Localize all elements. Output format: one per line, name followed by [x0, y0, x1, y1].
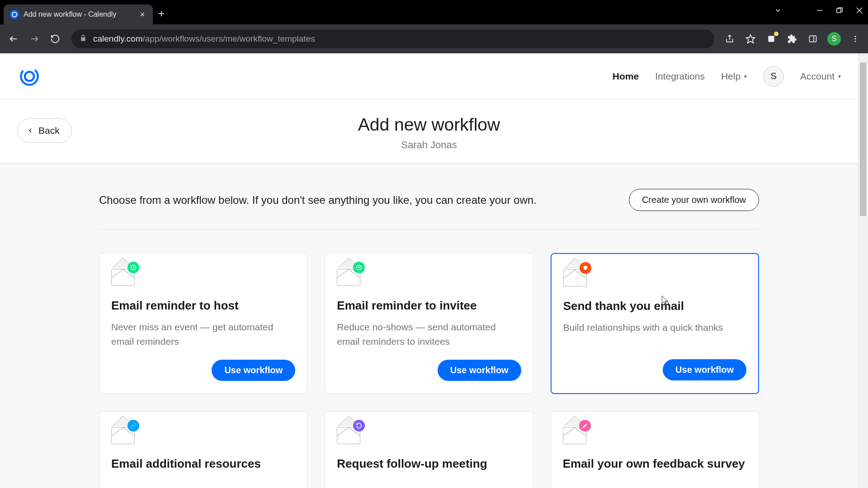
svg-rect-8	[768, 36, 774, 42]
workflow-card[interactable]: Email reminder to host Never miss an eve…	[99, 253, 307, 394]
workflow-card[interactable]: Send thank you email Build relationships…	[551, 253, 759, 394]
svg-point-13	[855, 41, 856, 42]
new-tab-button[interactable]: +	[158, 7, 165, 20]
workflow-card[interactable]: Request follow-up meeting	[325, 411, 533, 488]
url-bar[interactable]: calendly.com/app/workflows/users/me/work…	[71, 29, 714, 48]
card-icon	[563, 267, 587, 286]
page-title: Add new workflow	[0, 115, 858, 135]
use-workflow-button[interactable]: Use workflow	[212, 360, 295, 381]
workflow-card[interactable]: Email your own feedback survey	[551, 411, 759, 488]
user-avatar[interactable]: S	[763, 66, 784, 87]
browser-chrome: Add new workflow - Calendly × +	[0, 0, 868, 53]
workflow-cards-grid: Email reminder to host Never miss an eve…	[99, 253, 759, 488]
browser-toolbar: calendly.com/app/workflows/users/me/work…	[0, 24, 868, 53]
workflow-card[interactable]: Email reminder to invitee Reduce no-show…	[325, 253, 533, 394]
window-controls	[774, 6, 863, 14]
browser-tab[interactable]: Add new workflow - Calendly ×	[4, 5, 153, 24]
extension-icon[interactable]	[765, 33, 778, 45]
card-title: Request follow-up meeting	[337, 457, 521, 471]
link-icon	[127, 420, 139, 432]
nav-integrations[interactable]: Integrations	[655, 71, 705, 82]
chevron-down-icon: ▾	[838, 73, 841, 80]
svg-point-14	[21, 68, 38, 84]
chevron-down-icon: ▾	[744, 73, 747, 80]
pencil-icon	[579, 420, 591, 432]
intro-text: Choose from a workflow below. If you don…	[99, 194, 537, 206]
card-description	[337, 478, 521, 488]
header-nav: Home Integrations Help ▾ S Account ▾	[613, 66, 841, 87]
back-button[interactable]: Back	[17, 118, 72, 143]
tab-close-icon[interactable]: ×	[138, 10, 146, 19]
card-icon	[563, 424, 586, 444]
card-icon	[337, 266, 360, 286]
tab-search-icon[interactable]	[774, 6, 782, 14]
svg-rect-2	[837, 9, 841, 13]
share-icon[interactable]	[723, 33, 736, 45]
svg-point-0	[12, 12, 17, 17]
svg-point-11	[855, 36, 856, 37]
card-title: Send thank you email	[563, 299, 746, 313]
subheader: Back Add new workflow Sarah Jonas	[0, 99, 858, 163]
tab-bar: Add new workflow - Calendly × +	[0, 0, 868, 24]
side-panel-icon[interactable]	[807, 33, 819, 45]
scrollbar-thumb[interactable]	[860, 62, 866, 216]
svg-rect-9	[810, 36, 816, 42]
close-window-icon[interactable]	[856, 6, 863, 14]
minimize-icon[interactable]	[816, 6, 823, 14]
calendly-logo[interactable]	[17, 64, 42, 89]
maximize-icon[interactable]	[836, 6, 843, 14]
workflow-card[interactable]: Email additional resources	[99, 411, 307, 488]
create-workflow-button[interactable]: Create your own workflow	[629, 189, 759, 211]
scrollbar-track[interactable]	[858, 53, 868, 488]
card-title: Email additional resources	[111, 457, 295, 471]
use-workflow-button[interactable]: Use workflow	[438, 360, 521, 381]
calendly-favicon-icon	[10, 10, 19, 19]
extensions-puzzle-icon[interactable]	[786, 33, 798, 45]
card-title: Email your own feedback survey	[563, 457, 747, 471]
card-icon	[337, 424, 360, 444]
card-description	[563, 478, 747, 488]
clock-icon	[127, 262, 139, 273]
clock-icon	[353, 262, 365, 273]
svg-marker-7	[746, 35, 755, 43]
card-icon	[111, 424, 135, 444]
card-description: Reduce no-shows — send automated email r…	[337, 320, 521, 351]
nav-account[interactable]: Account ▾	[800, 71, 841, 82]
heart-icon	[580, 262, 591, 274]
tab-title: Add new workflow - Calendly	[24, 10, 134, 19]
back-icon[interactable]	[6, 32, 21, 46]
forward-icon[interactable]	[27, 32, 42, 46]
card-description: Never miss an event — get automated emai…	[111, 320, 295, 351]
card-icon	[111, 266, 135, 286]
svg-point-15	[25, 71, 34, 80]
card-description	[111, 478, 295, 488]
reload-icon[interactable]	[48, 32, 62, 46]
page-subtitle: Sarah Jonas	[0, 139, 858, 151]
chevron-left-icon	[27, 127, 34, 134]
refresh-icon	[353, 420, 365, 432]
card-description: Build relationships with a quick thanks	[563, 320, 746, 350]
url-text: calendly.com/app/workflows/users/me/work…	[93, 34, 315, 44]
use-workflow-button[interactable]: Use workflow	[663, 359, 746, 380]
svg-point-12	[855, 38, 856, 40]
content-area: Choose from a workflow below. If you don…	[0, 163, 858, 488]
toolbar-icons: S	[723, 32, 862, 46]
menu-dots-icon[interactable]	[849, 33, 862, 45]
nav-home[interactable]: Home	[613, 71, 639, 82]
bookmark-star-icon[interactable]	[744, 33, 757, 45]
lock-icon	[80, 34, 87, 43]
page-viewport: Home Integrations Help ▾ S Account ▾ Bac…	[0, 53, 868, 488]
intro-row: Choose from a workflow below. If you don…	[99, 189, 759, 230]
card-title: Email reminder to invitee	[337, 299, 521, 313]
card-title: Email reminder to host	[111, 299, 295, 313]
app-header: Home Integrations Help ▾ S Account ▾	[0, 53, 858, 99]
profile-avatar[interactable]: S	[827, 32, 841, 46]
nav-help[interactable]: Help ▾	[721, 71, 747, 82]
